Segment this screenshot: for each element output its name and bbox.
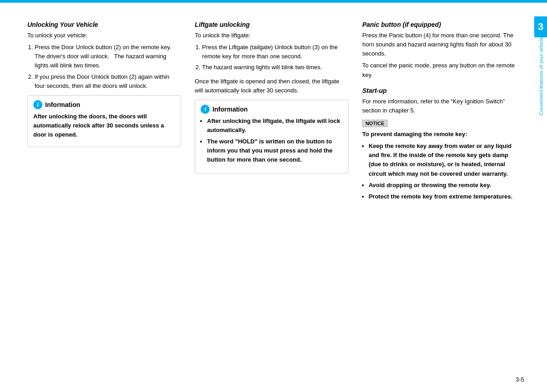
columns: Unlocking Your Vehicle To unlock your ve… bbox=[27, 21, 516, 378]
unlocking-steps: Press the Door Unlock button (2) on the … bbox=[27, 43, 181, 91]
liftgate-intro: To unlock the liftgate: bbox=[195, 31, 348, 40]
list-item: The word "HOLD" is written on the button… bbox=[207, 137, 342, 164]
info-icon: i bbox=[33, 100, 42, 109]
right-sidebar: 3 Convenient features of your vehicle bbox=[530, 3, 547, 392]
list-item: The hazard warning lights will blink two… bbox=[202, 63, 348, 72]
sidebar-text: Convenient features of your vehicle bbox=[537, 37, 547, 115]
notice-intro: To prevent damaging the remote key: bbox=[362, 130, 516, 139]
startup-text: For more information, refer to the “Key … bbox=[362, 97, 516, 115]
section-title-liftgate: Liftgate unlocking bbox=[195, 21, 348, 28]
section-title-unlocking: Unlocking Your Vehicle bbox=[27, 21, 181, 28]
list-item: Avoid dropping or throwing the remote ke… bbox=[369, 181, 516, 190]
info-text-unlocking: After unlocking the doors, the doors wil… bbox=[33, 112, 175, 139]
liftgate-steps: Press the Liftgate (tailgate) Unlock but… bbox=[195, 43, 348, 72]
panic-text-1: Press the Panic button (4) for more than… bbox=[362, 31, 516, 58]
list-item: After unlocking the liftgate, the liftga… bbox=[207, 117, 342, 135]
notice-block: NOTICE To prevent damaging the remote ke… bbox=[362, 120, 516, 201]
info-box-liftgate-header: i Information bbox=[201, 105, 342, 114]
list-item: Protect the remote key from extreme temp… bbox=[369, 192, 516, 201]
info-box-unlocking: i Information After unlocking the doors,… bbox=[27, 95, 181, 147]
chapter-number: 3 bbox=[534, 16, 547, 37]
panic-text-2: To cancel the panic mode, press any butt… bbox=[362, 61, 516, 79]
column-1: Unlocking Your Vehicle To unlock your ve… bbox=[27, 21, 181, 378]
list-item: Keep the remote key away from water or a… bbox=[369, 142, 516, 178]
list-item: Press the Liftgate (tailgate) Unlock but… bbox=[202, 43, 348, 61]
liftgate-note: Once the liftgate is opened and then clo… bbox=[195, 77, 348, 95]
notice-badge: NOTICE bbox=[362, 120, 388, 127]
info-box-header: i Information bbox=[33, 100, 175, 109]
info-box-liftgate: i Information After unlocking the liftga… bbox=[195, 100, 348, 173]
info-header-liftgate-label: Information bbox=[212, 106, 248, 113]
notice-list: Keep the remote key away from water or a… bbox=[362, 142, 516, 201]
section-title-panic: Panic button (if equipped) bbox=[362, 21, 516, 28]
section-title-startup: Start-up bbox=[362, 87, 516, 94]
column-3: Panic button (if equipped) Press the Pan… bbox=[362, 21, 516, 378]
info-header-label: Information bbox=[45, 101, 80, 108]
page-number: 3-5 bbox=[516, 376, 524, 383]
list-item: If you press the Door Unlock button (2) … bbox=[35, 72, 181, 91]
info-icon-liftgate: i bbox=[201, 105, 210, 114]
main-content: Unlocking Your Vehicle To unlock your ve… bbox=[0, 3, 530, 392]
list-item: Press the Door Unlock button (2) on the … bbox=[35, 43, 181, 70]
unlocking-intro: To unlock your vehicle: bbox=[27, 31, 181, 40]
column-2: Liftgate unlocking To unlock the liftgat… bbox=[195, 21, 348, 378]
startup-section: Start-up For more information, refer to … bbox=[362, 87, 516, 201]
liftgate-info-list: After unlocking the liftgate, the liftga… bbox=[201, 117, 342, 165]
page-layout: Unlocking Your Vehicle To unlock your ve… bbox=[0, 3, 547, 392]
